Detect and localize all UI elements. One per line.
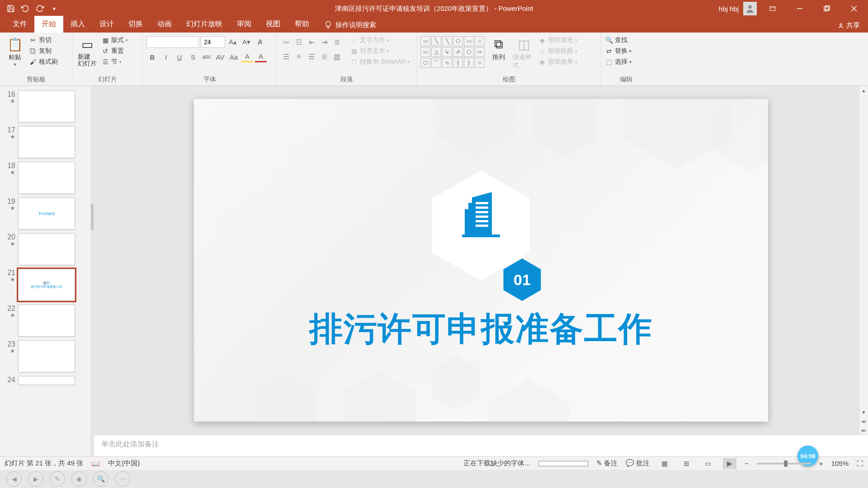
scroll-down-icon[interactable]: ▼ xyxy=(859,408,868,417)
minimize-button[interactable] xyxy=(788,0,811,17)
underline-button[interactable]: U xyxy=(174,52,185,62)
tab-design[interactable]: 设计 xyxy=(92,16,121,33)
zoom-in-button[interactable]: + xyxy=(819,460,823,467)
next-slide-icon[interactable]: ⏭ xyxy=(859,426,868,435)
decrease-font-button[interactable]: A▾ xyxy=(241,37,252,47)
increase-font-button[interactable]: A▴ xyxy=(227,37,239,47)
select-button[interactable]: ⬚选择 ▾ xyxy=(605,58,632,66)
slide-thumbnail[interactable]: 24 xyxy=(0,374,90,387)
close-button[interactable] xyxy=(843,0,865,17)
paste-button[interactable]: 📋 粘贴 ▼ xyxy=(4,34,26,67)
save-icon[interactable] xyxy=(6,4,15,13)
font-family-select[interactable] xyxy=(146,36,199,48)
font-highlight-button[interactable]: A xyxy=(241,52,253,62)
increase-indent-button[interactable]: ⇥ xyxy=(318,37,330,47)
tab-view[interactable]: 视图 xyxy=(259,16,288,33)
text-direction-button[interactable]: ↕文字方向 ▾ xyxy=(350,36,410,44)
quick-styles-button[interactable]: ◫ 快速样式 xyxy=(513,34,535,70)
maximize-button[interactable] xyxy=(816,0,838,17)
tab-slideshow[interactable]: 幻灯片放映 xyxy=(179,16,230,33)
tab-help[interactable]: 帮助 xyxy=(288,16,316,33)
find-button[interactable]: 🔍查找 xyxy=(605,36,632,44)
zoom-button[interactable]: 🔍 xyxy=(93,471,108,487)
reset-button[interactable]: ↺重置 xyxy=(101,47,128,55)
normal-view-button[interactable]: ▦ xyxy=(658,458,671,469)
vertical-scrollbar[interactable]: ▲ ▼ ⏮ ⏭ xyxy=(859,86,868,435)
sorter-view-button[interactable]: ⊞ xyxy=(679,458,693,469)
slide-thumbnail[interactable]: 19★THANKS xyxy=(0,196,90,231)
font-size-select[interactable] xyxy=(201,36,225,48)
reading-view-button[interactable]: ▭ xyxy=(701,458,715,469)
italic-button[interactable]: I xyxy=(160,52,172,62)
strike-button[interactable]: S xyxy=(187,52,199,62)
slide-canvas[interactable]: 01 排污许可申报准备工作 xyxy=(194,99,768,422)
smartart-button[interactable]: ⬡转换为 SmartArt ▾ xyxy=(350,58,410,66)
justify-button[interactable]: ≣ xyxy=(318,52,330,61)
share-button[interactable]: 共享 xyxy=(837,21,860,33)
slide-thumbnail[interactable]: 18★ xyxy=(0,160,90,196)
change-case-button[interactable]: Aa xyxy=(228,52,240,62)
cut-button[interactable]: ✂剪切 xyxy=(29,36,58,44)
zoom-out-button[interactable]: − xyxy=(745,460,749,467)
prev-slide-icon[interactable]: ⏮ xyxy=(859,417,868,426)
tab-insert[interactable]: 插入 xyxy=(63,16,92,33)
tab-animations[interactable]: 动画 xyxy=(150,16,179,33)
pane-splitter[interactable] xyxy=(90,86,94,456)
align-text-button[interactable]: ▦对齐文本 ▾ xyxy=(350,47,410,55)
new-slide-button[interactable]: ▭ 新建 幻灯片 xyxy=(76,34,99,67)
slide-thumbnail[interactable]: 22★ xyxy=(0,303,90,338)
comments-toggle[interactable]: 💬 批注 xyxy=(626,459,650,468)
layout-button[interactable]: ▦版式 ▾ xyxy=(101,36,128,44)
tab-review[interactable]: 审阅 xyxy=(230,16,259,33)
slide-thumbnail[interactable]: 16★ xyxy=(0,89,90,124)
notes-toggle[interactable]: ✎ 备注 xyxy=(596,459,618,468)
pen-button[interactable]: ✎ xyxy=(50,471,65,487)
language-indicator[interactable]: 中文(中国) xyxy=(108,459,140,468)
scroll-up-icon[interactable]: ▲ xyxy=(859,86,868,95)
line-spacing-button[interactable]: ≣ xyxy=(331,37,343,47)
tab-file[interactable]: 文件 xyxy=(5,16,34,33)
zoom-percent[interactable]: 105% xyxy=(831,460,849,467)
char-spacing-button[interactable]: AV xyxy=(214,52,226,62)
slideshow-view-button[interactable]: ▶ xyxy=(723,458,736,469)
replace-button[interactable]: ⇄替换 ▾ xyxy=(605,47,632,55)
clear-format-button[interactable]: A̷ xyxy=(254,37,266,47)
ribbon-display-options-icon[interactable] xyxy=(761,0,784,17)
user-avatar[interactable] xyxy=(743,2,757,15)
align-right-button[interactable]: ☰ xyxy=(306,52,317,61)
copy-button[interactable]: ⿻复制 xyxy=(29,47,58,55)
format-painter-button[interactable]: 🖌格式刷 xyxy=(29,58,58,66)
undo-icon[interactable] xyxy=(21,4,30,13)
slide-thumbnail[interactable]: 23★ xyxy=(0,338,90,374)
columns-button[interactable]: ▥ xyxy=(331,52,343,61)
tab-transitions[interactable]: 切换 xyxy=(121,16,150,33)
more-button[interactable]: ⋯ xyxy=(115,471,130,487)
notes-pane[interactable]: 单击此处添加备注 xyxy=(94,435,868,456)
fit-to-window-button[interactable]: ⛶ xyxy=(857,460,863,467)
slide-thumbnail[interactable]: 20★ xyxy=(0,231,90,267)
slide-counter[interactable]: 幻灯片 第 21 张，共 49 张 xyxy=(5,459,83,468)
qat-dropdown-icon[interactable]: ▼ xyxy=(50,4,59,13)
shadow-button[interactable]: abc xyxy=(201,52,212,62)
shapes-gallery[interactable]: ▭╲╲⬠▭○ ▭△↳⇗⬠⇨ ⬡⌒∿{}☆ xyxy=(420,34,485,68)
font-color-button[interactable]: A xyxy=(255,52,267,62)
shape-effects-button[interactable]: ◉形状效果 ▾ xyxy=(538,58,577,66)
shape-outline-button[interactable]: ◇形状轮廓 ▾ xyxy=(538,47,577,55)
bullets-button[interactable]: ≔ xyxy=(280,37,292,47)
redo-icon[interactable] xyxy=(35,4,44,13)
decrease-indent-button[interactable]: ⇤ xyxy=(306,37,317,47)
tab-home[interactable]: 开始 xyxy=(34,16,63,33)
play-button[interactable]: ▶ xyxy=(28,471,43,487)
bold-button[interactable]: B xyxy=(146,52,158,62)
tell-me-search[interactable]: 操作说明搜索 xyxy=(316,20,383,29)
numbering-button[interactable]: ☷ xyxy=(293,37,305,47)
align-left-button[interactable]: ☰ xyxy=(280,52,292,61)
prev-button[interactable]: ◀ xyxy=(6,471,22,487)
shape-fill-button[interactable]: ◆形状填充 ▾ xyxy=(538,36,577,44)
align-center-button[interactable]: ≡ xyxy=(293,52,305,61)
user-name[interactable]: hbj hbj xyxy=(719,5,739,13)
arrange-button[interactable]: ⧉ 排列 xyxy=(487,34,510,61)
slide-thumbnail[interactable]: 21★🏢01排污许可申报准备工作 xyxy=(0,267,90,303)
pointer-button[interactable]: ◉ xyxy=(71,471,87,487)
slide-thumbnail[interactable]: 17★ xyxy=(0,124,90,160)
